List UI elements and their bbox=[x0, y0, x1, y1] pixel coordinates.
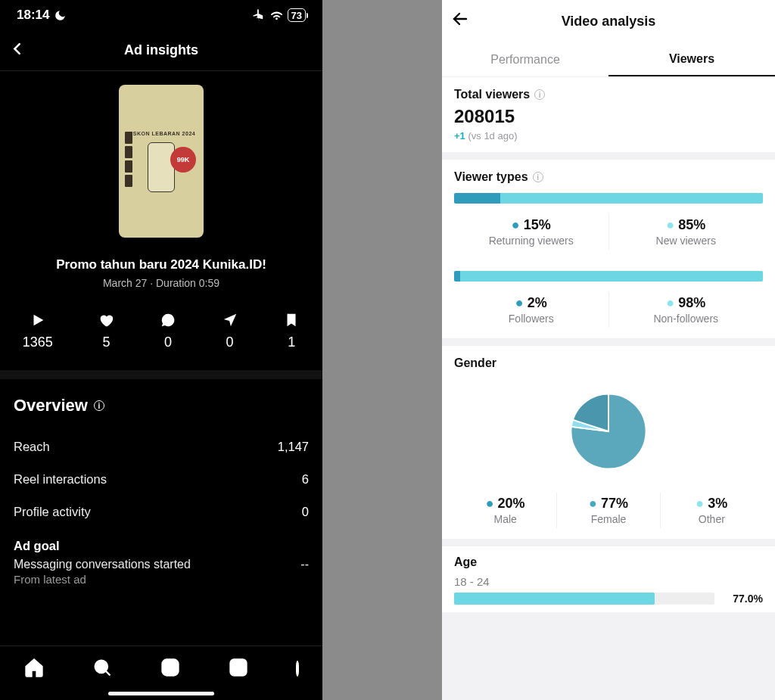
post-thumbnail-area: DISKON LEBARAN 2024 99K bbox=[0, 85, 322, 238]
overview-row-interactions[interactable]: Reel interactions 6 bbox=[14, 463, 309, 496]
screenshot-gap bbox=[322, 0, 442, 700]
total-viewers-title: Total viewers bbox=[454, 88, 530, 101]
stat-comments-value: 0 bbox=[164, 334, 172, 350]
nav-create[interactable] bbox=[160, 657, 181, 681]
stat-likes-value: 5 bbox=[102, 334, 110, 350]
gender-pie bbox=[454, 370, 763, 487]
engagement-stats: 1365 5 0 0 1 bbox=[0, 312, 322, 379]
overview-value: 1,147 bbox=[278, 440, 309, 454]
new-viewers: ● 85% New viewers bbox=[608, 214, 764, 250]
overview-value: 0 bbox=[302, 505, 309, 519]
stat-plays[interactable]: 1365 bbox=[23, 312, 53, 350]
gender-female: ● 77% Female bbox=[556, 493, 659, 528]
total-viewers-section: Total viewers i 208015 +1 (vs 1d ago) bbox=[442, 77, 775, 152]
overview-title: Overview bbox=[14, 396, 88, 415]
nav-profile[interactable] bbox=[296, 662, 299, 676]
thumb-sidebar-strip bbox=[125, 132, 132, 187]
overview-row-reach[interactable]: Reach 1,147 bbox=[14, 431, 309, 463]
gender-section: Gender ● 20% Male ● 77% Female ● 3% Othe… bbox=[442, 346, 775, 539]
returning-viewers: ● 15% Returning viewers bbox=[454, 214, 608, 250]
reels-icon bbox=[228, 657, 249, 678]
gender-other: ● 3% Other bbox=[660, 493, 763, 528]
back-button[interactable] bbox=[451, 10, 469, 33]
post-meta: March 27 · Duration 0:59 bbox=[0, 277, 322, 289]
viewer-types-title: Viewer types bbox=[454, 170, 528, 184]
stat-comments[interactable]: 0 bbox=[160, 312, 176, 350]
heart-icon bbox=[98, 312, 114, 328]
tab-performance[interactable]: Performance bbox=[442, 42, 608, 76]
comment-icon bbox=[160, 312, 176, 328]
age-title: Age bbox=[442, 546, 775, 569]
total-viewers-delta: +1 (vs 1d ago) bbox=[454, 130, 763, 142]
overview-section: Overview i Reach 1,147 Reel interactions… bbox=[0, 379, 322, 593]
gender-legend: ● 20% Male ● 77% Female ● 3% Other bbox=[454, 493, 763, 528]
nav-home[interactable] bbox=[23, 657, 45, 681]
thumb-phone-graphic bbox=[148, 142, 175, 192]
stat-plays-value: 1365 bbox=[23, 334, 53, 350]
stat-shares[interactable]: 0 bbox=[222, 312, 238, 350]
returning-vs-new-labels: ● 15% Returning viewers ● 85% New viewer… bbox=[454, 214, 763, 250]
page-header: Video analysis bbox=[442, 0, 775, 42]
age-bar bbox=[454, 593, 714, 605]
age-bucket-label: 18 - 24 bbox=[454, 575, 763, 588]
viewer-types-section: Viewer types i ● 15% Returning viewers ●… bbox=[442, 160, 775, 338]
battery-icon: 73 bbox=[288, 8, 306, 22]
info-icon[interactable]: i bbox=[534, 89, 545, 100]
age-bucket-pct: 77.0% bbox=[722, 593, 763, 605]
avatar bbox=[296, 661, 299, 677]
stat-shares-value: 0 bbox=[226, 334, 234, 350]
info-icon[interactable]: i bbox=[94, 400, 104, 411]
tiktok-analysis-screen: Video analysis Performance Viewers Total… bbox=[442, 0, 775, 700]
overview-label: Reel interactions bbox=[14, 472, 107, 487]
airplane-icon bbox=[253, 9, 266, 22]
nav-reels[interactable] bbox=[228, 657, 249, 681]
tabs: Performance Viewers bbox=[442, 42, 775, 77]
status-time: 18:14 bbox=[17, 8, 49, 23]
returning-vs-new-bar bbox=[454, 193, 763, 204]
stat-likes[interactable]: 5 bbox=[98, 312, 114, 350]
tab-viewers[interactable]: Viewers bbox=[608, 42, 775, 76]
home-indicator bbox=[108, 692, 214, 695]
home-icon bbox=[23, 657, 45, 678]
plus-square-icon bbox=[160, 657, 181, 678]
ad-goal-title: Ad goal bbox=[14, 539, 309, 553]
page-title: Video analysis bbox=[562, 14, 656, 30]
instagram-insights-screen: 18:14 73 Ad insights DISKON LEBARAN 2024… bbox=[0, 0, 322, 700]
overview-row-profile-activity[interactable]: Profile activity 0 bbox=[14, 496, 309, 528]
gender-title: Gender bbox=[454, 356, 496, 370]
overview-label: Profile activity bbox=[14, 505, 91, 519]
svg-line-1 bbox=[106, 670, 110, 675]
play-icon bbox=[30, 312, 46, 328]
followers-vs-nonfollowers-bar bbox=[454, 271, 763, 282]
chevron-left-icon bbox=[9, 40, 26, 57]
moon-icon bbox=[54, 9, 67, 22]
stat-saves-value: 1 bbox=[288, 334, 295, 350]
back-button[interactable] bbox=[9, 39, 26, 62]
followers: ● 2% Followers bbox=[454, 292, 608, 328]
ad-goal-from: From latest ad bbox=[14, 573, 309, 586]
thumb-headline: DISKON LEBARAN 2024 bbox=[127, 131, 195, 136]
overview-value: 6 bbox=[302, 472, 309, 487]
gender-male: ● 20% Male bbox=[454, 493, 556, 528]
age-section: Age 18 - 24 77.0% bbox=[442, 546, 775, 612]
price-badge: 99K bbox=[170, 147, 196, 173]
stat-saves[interactable]: 1 bbox=[283, 312, 300, 350]
post-title: Promo tahun baru 2024 Kunika.ID! bbox=[0, 257, 322, 272]
bookmark-icon bbox=[283, 312, 300, 328]
svg-rect-5 bbox=[231, 659, 247, 675]
overview-label: Reach bbox=[14, 440, 50, 454]
non-followers: ● 98% Non-followers bbox=[608, 292, 764, 328]
search-icon bbox=[92, 657, 113, 678]
page-header: Ad insights bbox=[0, 30, 322, 71]
nav-search[interactable] bbox=[92, 657, 113, 681]
pie-chart-icon bbox=[559, 382, 658, 481]
post-thumbnail[interactable]: DISKON LEBARAN 2024 99K bbox=[119, 85, 204, 238]
info-icon[interactable]: i bbox=[533, 172, 543, 182]
svg-point-0 bbox=[95, 660, 107, 672]
followers-vs-nonfollowers-labels: ● 2% Followers ● 98% Non-followers bbox=[454, 292, 763, 328]
total-viewers-value: 208015 bbox=[454, 106, 763, 127]
page-title: Ad insights bbox=[124, 42, 198, 58]
ad-goal-value: -- bbox=[300, 558, 309, 571]
status-bar: 18:14 73 bbox=[0, 0, 322, 30]
ad-goal-sub: Messaging conversations started bbox=[14, 558, 191, 571]
